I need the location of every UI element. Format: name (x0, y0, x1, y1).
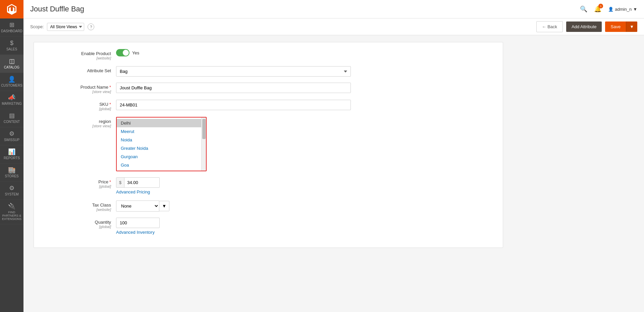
sidebar-item-label: SALES (6, 47, 17, 51)
save-button[interactable]: Save (605, 21, 626, 32)
sidebar-item-stores[interactable]: 🏬 STORES (0, 164, 23, 182)
sidebar-item-sales[interactable]: $ SALES (0, 37, 23, 55)
add-attribute-button[interactable]: Add Attribute (566, 21, 602, 32)
price-prefix: $ (116, 178, 124, 187)
price-field: $ Advanced Pricing (116, 177, 351, 194)
notification-badge: 1 (598, 4, 603, 8)
region-item-greater-noida[interactable]: Greater Noida (117, 144, 201, 152)
region-scrollbar[interactable] (201, 118, 206, 171)
sidebar-item-marketing[interactable]: 📣 MARKETING (0, 91, 23, 109)
attribute-set-select[interactable]: Bag Default Simple (116, 66, 351, 77)
quantity-input[interactable] (116, 218, 160, 228)
region-item-goa[interactable]: Goa (117, 161, 201, 169)
header-right: 🔍 🔔 1 👤 admin_n ▼ (580, 5, 637, 13)
search-icon[interactable]: 🔍 (580, 5, 587, 13)
product-name-field (116, 83, 351, 93)
sidebar-item-label: MARKETING (2, 102, 21, 105)
enable-product-row: Enable Product [website] Yes (44, 49, 493, 60)
sidebar-item-label: SYSTEM (5, 192, 18, 196)
region-item-noida[interactable]: Noida (117, 136, 201, 144)
quantity-field: Advanced Inventory (116, 218, 351, 235)
sidebar-item-catalog[interactable]: ◫ CATALOG (0, 55, 23, 73)
customers-icon: 👤 (8, 76, 15, 82)
region-list: Delhi Meerut Noida Greater Noida Gurgoan… (117, 118, 201, 171)
region-row: region [store view] Delhi Meerut Noida G… (44, 117, 493, 171)
required-star: * (109, 102, 111, 107)
catalog-icon: ◫ (9, 58, 15, 64)
sidebar-item-swissup[interactable]: ⚙ SWISSUP (0, 127, 23, 145)
scope-label: Scope: (30, 24, 44, 29)
quantity-label: Quantity [global] (44, 218, 111, 229)
attribute-set-row: Attribute Set Bag Default Simple (44, 66, 493, 77)
sku-field (116, 100, 351, 110)
price-row: Price* [global] $ Advanced Pricing (44, 177, 493, 194)
admin-avatar-icon: 👤 (608, 7, 613, 12)
product-name-row: Product Name* [store view] (44, 83, 493, 94)
system-icon: ⚙ (9, 185, 14, 191)
notification-icon[interactable]: 🔔 1 (594, 5, 601, 13)
sku-row: SKU* [global] (44, 100, 493, 111)
tax-class-select[interactable]: None Taxable Goods (116, 200, 159, 212)
sku-input[interactable] (116, 100, 351, 110)
required-star: * (109, 85, 111, 90)
sidebar-item-label: SWISSUP (4, 138, 19, 142)
stores-icon: 🏬 (8, 167, 15, 173)
sidebar-item-extensions[interactable]: 🔌 FIND PARTNERS & EXTENSIONS (0, 200, 23, 224)
back-button[interactable]: ← Back (536, 21, 563, 32)
price-input-group: $ (116, 177, 160, 188)
enable-product-toggle[interactable] (116, 49, 129, 56)
magento-logo[interactable] (0, 0, 23, 18)
page-content: Enable Product [website] Yes Attribute S… (23, 35, 644, 312)
advanced-inventory-link[interactable]: Advanced Inventory (116, 230, 351, 235)
swissup-icon: ⚙ (9, 131, 14, 137)
region-item-gurgoan[interactable]: Gurgoan (117, 152, 201, 161)
scope-section: Scope: All Store Views ? (30, 23, 94, 31)
scope-select[interactable]: All Store Views (47, 23, 84, 31)
action-buttons: ← Back Add Attribute Save ▼ (536, 21, 637, 32)
required-star: * (109, 179, 111, 184)
tax-class-row: Tax Class [website] None Taxable Goods ▼ (44, 200, 493, 212)
admin-user[interactable]: 👤 admin_n ▼ (608, 7, 637, 12)
region-item-meerut[interactable]: Meerut (117, 127, 201, 136)
sidebar-item-customers[interactable]: 👤 CUSTOMERS (0, 73, 23, 91)
reports-icon: 📊 (8, 149, 15, 155)
help-icon[interactable]: ? (88, 24, 94, 30)
tax-class-label: Tax Class [website] (44, 200, 111, 212)
sidebar-item-system[interactable]: ⚙ SYSTEM (0, 182, 23, 200)
tax-class-select-group: None Taxable Goods ▼ (116, 200, 351, 212)
top-header: Joust Duffle Bag 🔍 🔔 1 👤 admin_n ▼ (23, 0, 644, 18)
extensions-icon: 🔌 (8, 203, 15, 209)
sidebar-item-label: FIND PARTNERS & EXTENSIONS (2, 211, 22, 221)
sidebar: ⊞ DASHBOARD $ SALES ◫ CATALOG 👤 CUSTOMER… (0, 0, 23, 312)
scroll-thumb (202, 119, 206, 139)
sidebar-item-label: CONTENT (4, 120, 20, 124)
attribute-set-field: Bag Default Simple (116, 66, 351, 77)
product-name-input[interactable] (116, 83, 351, 93)
region-item-delhi[interactable]: Delhi (117, 119, 201, 127)
sidebar-item-reports[interactable]: 📊 REPORTS (0, 145, 23, 164)
save-button-group: Save ▼ (605, 21, 637, 32)
admin-username: admin_n (615, 7, 632, 12)
sidebar-item-label: DASHBOARD (1, 29, 22, 33)
page-title: Joust Duffle Bag (30, 5, 84, 13)
advanced-pricing-link[interactable]: Advanced Pricing (116, 189, 351, 194)
price-label: Price* [global] (44, 177, 111, 188)
price-input[interactable] (124, 178, 151, 187)
sidebar-item-content[interactable]: ▤ CONTENT (0, 109, 23, 127)
sidebar-item-dashboard[interactable]: ⊞ DASHBOARD (0, 18, 23, 37)
product-form: Enable Product [website] Yes Attribute S… (34, 42, 503, 248)
sku-label: SKU* [global] (44, 100, 111, 111)
enable-product-field: Yes (116, 49, 351, 56)
content-icon: ▤ (9, 113, 15, 119)
attribute-set-label: Attribute Set (44, 66, 111, 73)
main-content: Joust Duffle Bag 🔍 🔔 1 👤 admin_n ▼ Scope… (23, 0, 644, 312)
tax-class-dropdown-button[interactable]: ▼ (159, 201, 169, 211)
save-dropdown-button[interactable]: ▼ (626, 21, 637, 32)
region-listbox[interactable]: Delhi Meerut Noida Greater Noida Gurgoan… (116, 117, 207, 171)
sidebar-item-label: STORES (5, 174, 19, 178)
sales-icon: $ (10, 40, 13, 46)
sidebar-item-label: REPORTS (4, 156, 20, 160)
enable-product-toggle-group: Yes (116, 49, 351, 56)
sidebar-item-label: CUSTOMERS (1, 84, 22, 87)
action-bar: Scope: All Store Views ? ← Back Add Attr… (23, 18, 644, 35)
